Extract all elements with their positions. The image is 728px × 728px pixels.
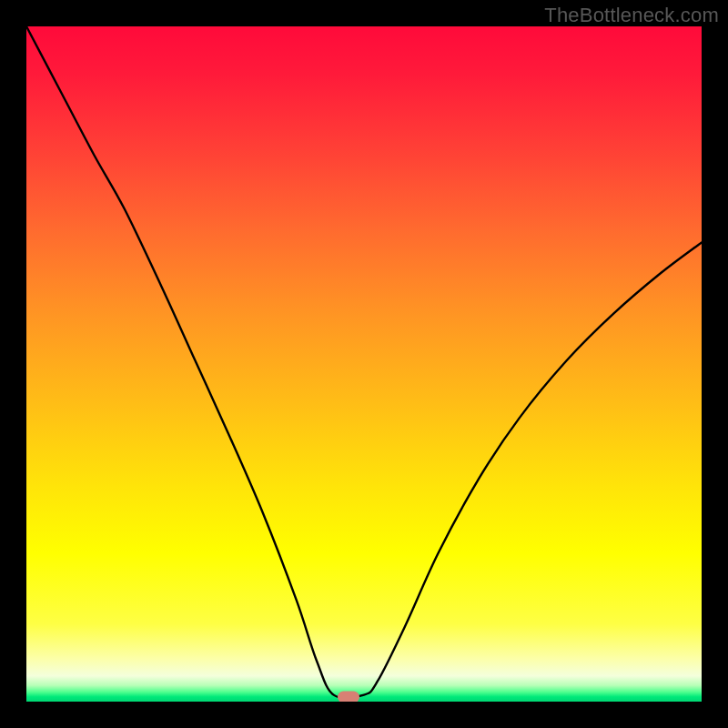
bottleneck-curve: [26, 26, 702, 702]
chart-frame: [13, 13, 715, 715]
plot-area: [26, 26, 702, 702]
watermark: TheBottleneck.com: [544, 4, 719, 27]
optimal-point-marker: [338, 691, 359, 702]
